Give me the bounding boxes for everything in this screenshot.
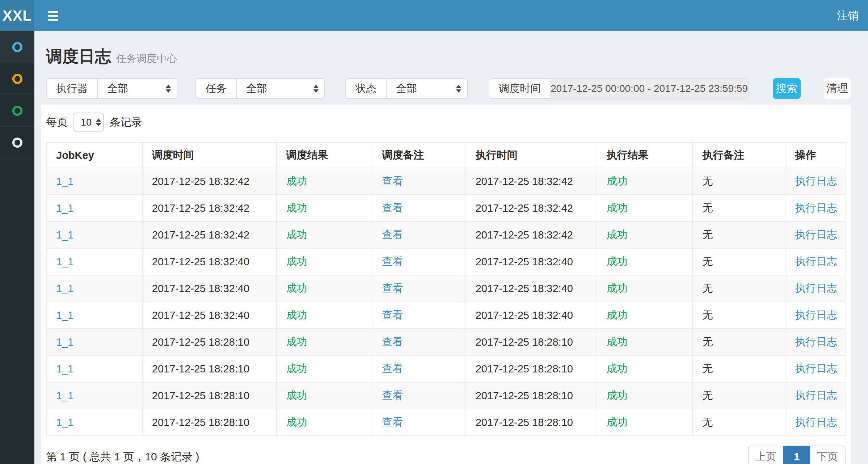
trigger-time-text: 2017-12-25 18:32:40: [142, 275, 277, 302]
page-size-suffix-label: 条记录: [110, 115, 142, 130]
trigger-result-text: 成功: [277, 409, 372, 436]
action-log-link[interactable]: 执行日志: [785, 222, 845, 248]
current-page-button[interactable]: 1: [783, 446, 810, 464]
sidebar-item-1[interactable]: [0, 31, 34, 63]
select-stepper-icon: [456, 85, 461, 93]
action-log-link[interactable]: 执行日志: [785, 195, 845, 222]
trigger-msg-link[interactable]: 查看: [372, 195, 465, 222]
job-key-link[interactable]: 1_1: [46, 222, 142, 248]
trigger-result-text: 成功: [277, 248, 372, 275]
handle-time-text: 2017-12-25 18:32:40: [466, 248, 597, 275]
action-log-link[interactable]: 执行日志: [785, 382, 845, 409]
sidebar-item-2[interactable]: [0, 63, 34, 95]
handle-time-text: 2017-12-25 18:28:10: [466, 382, 597, 409]
trigger-msg-link[interactable]: 查看: [372, 329, 465, 355]
handle-msg-text: 无: [692, 302, 785, 329]
hamburger-icon: [48, 19, 58, 21]
pagination-summary: 第 1 页 ( 总共 1 页，10 条记录 ): [46, 450, 199, 464]
action-log-link[interactable]: 执行日志: [785, 302, 845, 329]
handle-time-text: 2017-12-25 18:28:10: [466, 409, 597, 436]
action-log-link[interactable]: 执行日志: [785, 168, 845, 195]
trigger-result-text: 成功: [277, 382, 372, 409]
executor-select-value: 全部: [107, 81, 128, 96]
top-navbar: XXL 注销: [0, 0, 868, 31]
hamburger-icon: [48, 15, 58, 17]
action-log-link[interactable]: 执行日志: [785, 248, 845, 275]
action-log-link[interactable]: 执行日志: [785, 409, 845, 436]
action-log-link[interactable]: 执行日志: [785, 329, 845, 355]
pagination: 上页 1 下页: [748, 446, 846, 464]
handle-result-text: 成功: [597, 222, 693, 248]
trigger-result-text: 成功: [277, 195, 372, 222]
handle-time-text: 2017-12-25 18:28:10: [466, 355, 597, 382]
sidebar-toggle-button[interactable]: [45, 7, 62, 24]
log-table-panel: 每页 10 条记录 JobKey调度时间调度结果调度备注执行时间执行结果执行备注…: [41, 105, 851, 464]
search-button[interactable]: 搜索: [773, 78, 801, 99]
trigger-msg-link[interactable]: 查看: [372, 168, 465, 195]
trigger-time-text: 2017-12-25 18:32:40: [142, 302, 277, 329]
sidebar-item-4[interactable]: [0, 127, 34, 159]
action-log-link[interactable]: 执行日志: [785, 275, 845, 302]
trigger-result-text: 成功: [277, 355, 372, 382]
trigger-msg-link[interactable]: 查看: [372, 222, 465, 248]
handle-time-text: 2017-12-25 18:32:42: [466, 168, 597, 195]
page-size-prefix-label: 每页: [46, 115, 68, 130]
job-key-link[interactable]: 1_1: [46, 409, 142, 436]
handle-result-text: 成功: [597, 248, 693, 275]
trigger-result-text: 成功: [277, 168, 372, 195]
trigger-msg-link[interactable]: 查看: [372, 355, 465, 382]
table-row: 1_12017-12-25 18:32:42成功查看2017-12-25 18:…: [46, 222, 845, 248]
status-select[interactable]: 全部: [386, 78, 468, 99]
app-logo[interactable]: XXL: [0, 0, 34, 31]
page-subtitle: 任务调度中心: [116, 53, 177, 64]
sidebar: [0, 31, 34, 464]
circle-outline-icon: [12, 74, 22, 84]
job-key-link[interactable]: 1_1: [46, 382, 142, 409]
job-key-link[interactable]: 1_1: [46, 168, 142, 195]
job-filter-group: 任务 全部: [195, 78, 325, 99]
trigger-msg-link[interactable]: 查看: [372, 382, 465, 409]
job-key-link[interactable]: 1_1: [46, 355, 142, 382]
circle-outline-icon: [12, 138, 22, 148]
handle-result-text: 成功: [597, 168, 693, 195]
trigger-time-text: 2017-12-25 18:28:10: [142, 382, 277, 409]
handle-result-text: 成功: [597, 195, 693, 222]
sidebar-item-3[interactable]: [0, 95, 34, 127]
column-header: 调度结果: [277, 143, 372, 168]
job-key-link[interactable]: 1_1: [46, 275, 142, 302]
handle-result-text: 成功: [597, 382, 693, 409]
job-key-link[interactable]: 1_1: [46, 329, 142, 355]
trigger-time-text: 2017-12-25 18:32:40: [142, 248, 277, 275]
executor-filter-group: 执行器 全部: [46, 78, 177, 99]
table-row: 1_12017-12-25 18:32:40成功查看2017-12-25 18:…: [46, 302, 845, 329]
job-key-link[interactable]: 1_1: [46, 302, 142, 329]
next-page-button[interactable]: 下页: [810, 446, 845, 464]
handle-msg-text: 无: [692, 195, 785, 222]
executor-select[interactable]: 全部: [97, 78, 177, 99]
job-key-link[interactable]: 1_1: [46, 195, 142, 222]
trigger-msg-link[interactable]: 查看: [372, 409, 465, 436]
prev-page-button[interactable]: 上页: [749, 446, 783, 464]
handle-msg-text: 无: [692, 329, 785, 355]
select-stepper-icon: [166, 85, 171, 93]
trigger-msg-link[interactable]: 查看: [372, 302, 465, 329]
trigger-result-text: 成功: [277, 222, 372, 248]
job-key-link[interactable]: 1_1: [46, 248, 142, 275]
trigger-time-range-input[interactable]: 2017-12-25 00:00:00 - 2017-12-25 23:59:5…: [550, 78, 749, 99]
handle-msg-text: 无: [692, 382, 785, 409]
page-size-select[interactable]: 10: [73, 113, 104, 132]
column-header: JobKey: [46, 143, 142, 168]
logout-link[interactable]: 注销: [827, 0, 868, 31]
circle-outline-icon: [12, 42, 22, 52]
page-title: 调度日志: [46, 47, 111, 66]
status-select-value: 全部: [396, 81, 417, 96]
select-stepper-icon: [96, 118, 101, 126]
trigger-time-text: 2017-12-25 18:28:10: [142, 409, 277, 436]
trigger-msg-link[interactable]: 查看: [372, 275, 465, 302]
clear-button[interactable]: 清理: [824, 78, 851, 99]
handle-result-text: 成功: [597, 409, 693, 436]
action-log-link[interactable]: 执行日志: [785, 355, 845, 382]
table-row: 1_12017-12-25 18:32:42成功查看2017-12-25 18:…: [46, 168, 845, 195]
job-select[interactable]: 全部: [236, 78, 325, 99]
trigger-msg-link[interactable]: 查看: [372, 248, 465, 275]
